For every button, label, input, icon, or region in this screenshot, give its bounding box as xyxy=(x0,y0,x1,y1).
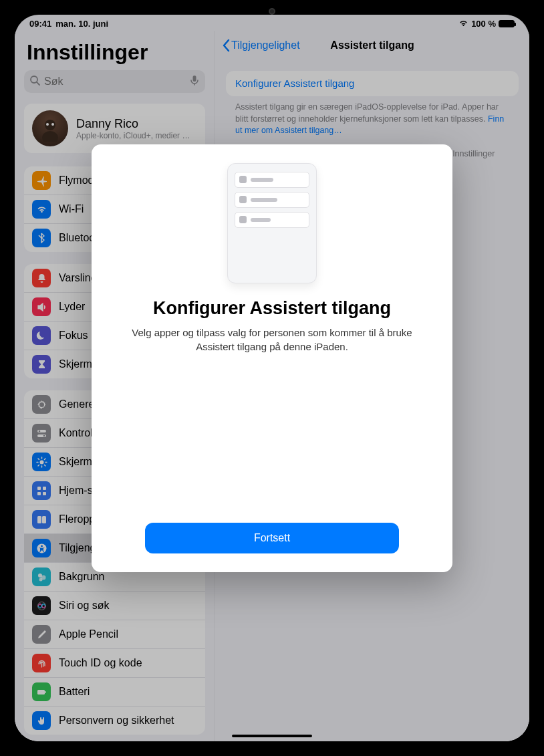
status-bar: 09:41 man. 10. juni 100 % xyxy=(15,15,529,31)
search-icon xyxy=(29,75,40,88)
search-input[interactable] xyxy=(44,76,185,88)
svg-line-17 xyxy=(44,465,45,466)
svg-point-6 xyxy=(51,123,54,126)
modal-subtitle: Velg apper og tilpass valg for personen … xyxy=(132,326,412,354)
home-indicator[interactable] xyxy=(232,735,312,737)
sidebar-item-label: Siri og søk xyxy=(59,600,110,612)
brightness-icon xyxy=(32,453,51,471)
avatar xyxy=(32,110,68,146)
sidebar-item-label: Personvern og sikkerhet xyxy=(59,715,174,727)
svg-rect-24 xyxy=(37,516,41,523)
chevron-left-icon xyxy=(222,39,230,52)
bluetooth-icon xyxy=(32,229,51,247)
pencil-icon xyxy=(32,625,51,644)
illustration xyxy=(227,163,317,283)
nav-bar: Tilgjengelighet Assistert tilgang xyxy=(215,31,529,60)
sidebar-title: Innstillinger xyxy=(27,40,202,65)
status-date: man. 10. juni xyxy=(55,19,108,29)
sidebar-item-label: Touch ID og kode xyxy=(59,657,142,669)
sidebar-item-apple-pencil[interactable]: Apple Pencil xyxy=(24,620,205,649)
back-label: Tilgjengelighet xyxy=(231,39,300,51)
wifi-icon xyxy=(32,200,51,219)
sidebar-item-personvern-og-sikkerhet[interactable]: Personvern og sikkerhet xyxy=(24,707,205,735)
svg-rect-25 xyxy=(42,516,46,523)
svg-rect-2 xyxy=(193,76,196,82)
configure-card[interactable]: Konfigurer Assistert tilgang xyxy=(226,71,519,96)
wifi-icon xyxy=(458,19,468,29)
multitask-icon xyxy=(32,510,51,529)
wallpaper-icon xyxy=(32,568,51,586)
accessibility-icon xyxy=(32,539,51,557)
svg-rect-20 xyxy=(37,487,41,490)
svg-point-4 xyxy=(42,131,58,142)
airplane-icon xyxy=(32,171,51,190)
sidebar-item-touch-id-og-kode[interactable]: Touch ID og kode xyxy=(24,649,205,678)
battery-icon xyxy=(32,682,51,701)
battery-pct: 100 % xyxy=(471,19,496,29)
sidebar-item-label: Apple Pencil xyxy=(59,628,118,640)
svg-point-11 xyxy=(39,460,43,464)
svg-line-18 xyxy=(38,465,39,466)
sidebar-item-label: Bakgrunn xyxy=(59,571,105,583)
sidebar-item-siri-og-s-k[interactable]: Siri og søk xyxy=(24,592,205,620)
detail-title: Assistert tilgang xyxy=(330,39,414,51)
back-button[interactable]: Tilgjengelighet xyxy=(222,39,300,52)
svg-point-10 xyxy=(43,434,45,436)
svg-point-27 xyxy=(41,545,43,547)
sidebar-item-label: Wi-Fi xyxy=(59,203,84,215)
svg-rect-33 xyxy=(45,691,46,693)
profile-name: Danny Rico xyxy=(76,117,190,131)
svg-point-9 xyxy=(38,430,40,432)
toggles-icon xyxy=(32,424,51,443)
mic-icon[interactable] xyxy=(189,75,200,88)
grid-icon xyxy=(32,481,51,500)
svg-rect-22 xyxy=(37,492,41,495)
hand-icon xyxy=(32,711,51,730)
speaker-icon xyxy=(32,297,51,316)
gear-icon xyxy=(32,395,51,414)
svg-point-30 xyxy=(39,578,42,581)
siri-icon xyxy=(32,596,51,615)
battery-icon xyxy=(499,20,515,27)
hourglass-icon xyxy=(32,355,51,374)
continue-button[interactable]: Fortsett xyxy=(145,523,399,553)
moon-icon xyxy=(32,326,51,345)
touchid-icon xyxy=(32,654,51,672)
svg-line-16 xyxy=(38,459,39,460)
sidebar-item-label: Batteri xyxy=(59,686,90,698)
svg-point-5 xyxy=(46,123,49,126)
sidebar-item-label: Lyder xyxy=(59,301,85,313)
svg-rect-23 xyxy=(43,492,46,495)
svg-rect-32 xyxy=(37,690,45,695)
status-time: 09:41 xyxy=(29,19,51,29)
svg-line-19 xyxy=(44,459,45,460)
search-field[interactable] xyxy=(24,70,205,93)
modal-title: Konfigurer Assistert tilgang xyxy=(153,298,391,319)
svg-rect-21 xyxy=(43,487,46,490)
setup-modal: Konfigurer Assistert tilgang Velg apper … xyxy=(92,144,452,572)
sidebar-item-batteri[interactable]: Batteri xyxy=(24,678,205,707)
sidebar-item-label: Fokus xyxy=(59,330,88,342)
bell-icon xyxy=(32,269,51,287)
device-camera xyxy=(269,8,275,15)
profile-sub: Apple-konto, iCloud+, medier … xyxy=(76,131,190,140)
svg-line-1 xyxy=(37,82,39,85)
configure-link[interactable]: Konfigurer Assistert tilgang xyxy=(235,78,354,89)
